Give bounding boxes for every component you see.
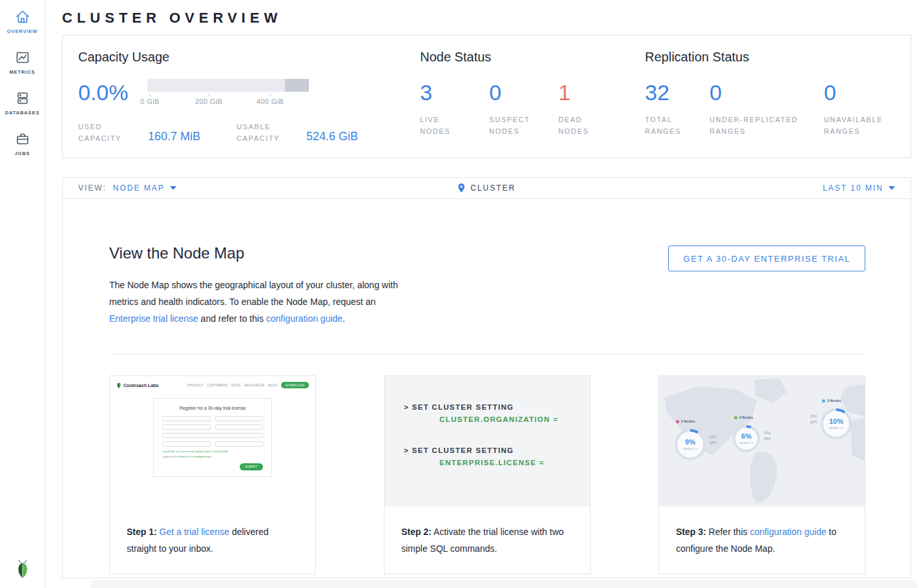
gauge-percent: 9% <box>685 439 695 446</box>
configuration-guide-link[interactable]: configuration guide <box>750 527 826 537</box>
configuration-guide-link[interactable]: configuration guide <box>266 313 343 324</box>
capacity-bar: 0 GiB 200 GiB 400 GiB <box>147 79 309 107</box>
used-capacity: USED CAPACITY 160.7 MiB <box>78 121 200 144</box>
locality-nodes: 2 Nodes <box>681 419 695 423</box>
sidebar: OVERVIEW METRICS DATABASES JOBS <box>0 0 45 588</box>
mini-nav-item: DOCS <box>231 384 240 387</box>
step3-label: Step 3: <box>676 527 706 537</box>
mini-input <box>162 416 211 421</box>
step1-label: Step 1: <box>127 527 157 537</box>
node-map-description: The Node Map shows the geographical layo… <box>109 277 412 327</box>
capacity-tick: 200 GiB <box>195 94 223 105</box>
usable-capacity-value: 524.6 GiB <box>306 130 358 144</box>
time-range-selector[interactable]: LAST 10 MIN <box>823 184 895 193</box>
sidebar-item-jobs[interactable]: JOBS <box>0 131 45 156</box>
sql-setting: CLUSTER.ORGANIZATION = <box>439 415 577 423</box>
step3-text: Refer this <box>706 527 750 537</box>
mini-nav-item: RESOURCES <box>244 384 264 387</box>
map-pin-icon <box>458 183 465 193</box>
dead-nodes-stat: 1 DEAD NODES <box>558 79 627 137</box>
locality-dot <box>734 416 737 419</box>
suspect-nodes-value: 0 <box>489 79 558 103</box>
step2-sql-snippet: > SET CLUSTER SETTING CLUSTER.ORGANIZATI… <box>385 376 590 507</box>
unavailable-ranges-stat: 0 UNAVAILABLE RANGES <box>824 79 895 137</box>
used-capacity-value: 160.7 MiB <box>148 130 200 144</box>
description-text: The Node Map shows the geographical layo… <box>109 280 398 307</box>
step2-label: Step 2: <box>401 527 432 537</box>
locality-dot <box>822 399 825 403</box>
capacity-tick: 0 GiB <box>140 94 160 105</box>
page-title: CLUSTER OVERVIEW <box>62 0 911 26</box>
sidebar-item-label: JOBS <box>14 151 30 156</box>
view-selector[interactable]: NODE MAP <box>113 184 176 193</box>
gauge-qps-label: QPS <box>764 436 771 442</box>
step1-panel: Cockroach Labs PRODUCT CUSTOMERS DOCS RE… <box>109 375 316 574</box>
mini-cockroach-logo: Cockroach Labs <box>116 382 158 388</box>
unavailable-ranges-value: 0 <box>824 79 895 103</box>
locality-dot <box>676 420 679 423</box>
mini-download-button: DOWNLOAD <box>281 382 309 388</box>
capacity-percent: 0.0% <box>78 79 147 103</box>
mini-input <box>215 441 264 446</box>
gauge-qps-label: QPS <box>710 440 717 446</box>
unavailable-ranges-label: UNAVAILABLE RANGES <box>824 114 895 137</box>
step2-caption: Step 2: Activate the trial license with … <box>385 507 590 557</box>
enterprise-trial-license-link[interactable]: Enterprise trial license <box>109 313 198 324</box>
capacity-tick: 400 GiB <box>257 94 284 105</box>
gauge-cpu-label: CPU <box>764 430 771 436</box>
mini-brand-text: Cockroach Labs <box>123 383 158 388</box>
mini-checkbox-text: I would like to receive email updates ab… <box>162 450 263 454</box>
metrics-icon <box>15 50 30 65</box>
mini-agree-link: Software License Agreement <box>178 455 211 458</box>
jobs-icon <box>15 131 30 147</box>
mini-nav-item: PRODUCT <box>187 384 203 387</box>
mini-input <box>162 425 211 430</box>
total-ranges-value: 32 <box>645 79 710 103</box>
cockroach-logo <box>0 557 45 579</box>
locality-nodes: 3 Nodes <box>739 415 753 419</box>
home-icon <box>15 9 30 25</box>
map-gauge-1: 2 Nodes 9% CAPACITY CPUQPS <box>675 429 706 460</box>
capacity-usage-section: Capacity Usage 0.0% 0 GiB 200 GiB 400 Gi… <box>78 50 420 139</box>
breadcrumb-cluster-label: CLUSTER <box>470 184 516 193</box>
sql-prompt: > SET CLUSTER SETTING <box>404 446 577 454</box>
dead-nodes-value: 1 <box>558 79 627 103</box>
mini-nav: PRODUCT CUSTOMERS DOCS RESOURCES BLOG <box>187 384 277 387</box>
node-status-section: Node Status 3 LIVE NODES 0 SUSPECT NODES… <box>420 50 645 139</box>
step3-node-map-preview: 2 Nodes 9% CAPACITY CPUQPS <box>659 376 865 507</box>
gauge-capacity-label: CAPACITY <box>682 447 698 450</box>
capacity-bar-used-segment <box>285 79 310 92</box>
enterprise-trial-button[interactable]: GET A 30-DAY ENTERPRISE TRIAL <box>668 246 865 271</box>
mini-input <box>215 425 264 430</box>
total-ranges-label: TOTAL RANGES <box>645 114 710 137</box>
sql-prompt: > SET CLUSTER SETTING <box>404 403 577 411</box>
main-content: CLUSTER OVERVIEW Capacity Usage 0.0% 0 G… <box>45 0 917 588</box>
map-gauge-3: 3 Nodes 10% CAPACITY CPUQPS <box>821 408 852 439</box>
view-bar: VIEW: NODE MAP CLUSTER LAST 10 MIN <box>62 177 911 199</box>
get-trial-license-link[interactable]: Get a trial license <box>160 527 229 537</box>
mini-agree-text: I agree to the Software License Agreemen… <box>162 455 263 459</box>
sidebar-item-metrics[interactable]: METRICS <box>0 50 45 75</box>
breadcrumb-cluster: CLUSTER <box>458 183 516 193</box>
sidebar-item-overview[interactable]: OVERVIEW <box>0 9 45 34</box>
usable-capacity: USABLE CAPACITY 524.6 GiB <box>237 121 358 144</box>
node-status-title: Node Status <box>420 50 645 65</box>
used-capacity-label: USED CAPACITY <box>78 121 135 144</box>
gauge-capacity-label: CAPACITY <box>739 441 754 445</box>
sql-setting: ENTERPRISE.LICENSE = <box>439 459 577 467</box>
sidebar-item-databases[interactable]: DATABASES <box>0 90 45 116</box>
view-selector-value: NODE MAP <box>113 184 165 193</box>
cluster-summary-card: Capacity Usage 0.0% 0 GiB 200 GiB 400 Gi… <box>62 35 911 158</box>
mini-agree-pre: I agree to the <box>162 455 178 458</box>
divider <box>109 354 865 355</box>
replication-status-title: Replication Status <box>645 50 895 65</box>
sidebar-item-label: OVERVIEW <box>7 28 38 34</box>
app-root: OVERVIEW METRICS DATABASES JOBS <box>0 0 917 588</box>
step3-panel: 2 Nodes 9% CAPACITY CPUQPS <box>659 375 865 574</box>
locality-nodes: 3 Nodes <box>827 399 841 403</box>
live-nodes-value: 3 <box>420 79 489 103</box>
live-nodes-stat: 3 LIVE NODES <box>420 79 489 137</box>
total-ranges-stat: 32 TOTAL RANGES <box>645 79 710 137</box>
view-label: VIEW: <box>78 184 107 193</box>
suspect-nodes-label: SUSPECT NODES <box>489 114 541 137</box>
